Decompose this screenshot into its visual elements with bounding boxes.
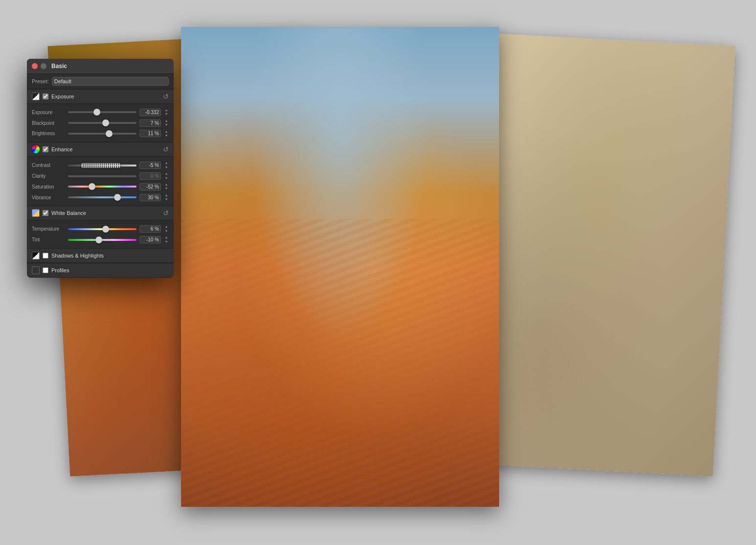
blackpoint-value[interactable] bbox=[139, 119, 161, 127]
exposure-down[interactable]: ▼ bbox=[164, 112, 169, 116]
vibrance-slider-row: Vibrance ▲ ▼ bbox=[32, 193, 169, 202]
photo-center bbox=[181, 27, 499, 507]
wb-section-label: White Balance bbox=[51, 210, 160, 216]
exposure-thumb[interactable] bbox=[93, 109, 100, 116]
pause-button[interactable] bbox=[41, 63, 46, 69]
exposure-slider-track[interactable] bbox=[68, 111, 137, 113]
blackpoint-stepper[interactable]: ▲ ▼ bbox=[164, 119, 169, 127]
blackpoint-thumb[interactable] bbox=[102, 119, 109, 126]
shadows-section-label: Shadows & Highlights bbox=[51, 253, 169, 259]
clarity-down[interactable]: ▼ bbox=[164, 176, 169, 180]
vibrance-slider-label: Vibrance bbox=[32, 195, 65, 200]
enhance-sliders: Contrast ▲ ▼ Clarity ▲ ▼ bbox=[27, 157, 174, 206]
wb-reset-icon[interactable]: ↺ bbox=[163, 210, 169, 216]
clarity-value[interactable] bbox=[139, 172, 161, 180]
shadows-icon bbox=[32, 252, 40, 260]
tint-slider-track[interactable] bbox=[68, 239, 137, 241]
saturation-down[interactable]: ▼ bbox=[164, 187, 169, 190]
exposure-slider-label: Exposure bbox=[32, 110, 65, 115]
enhance-icon bbox=[32, 145, 40, 153]
vibrance-up[interactable]: ▲ bbox=[164, 193, 169, 197]
vibrance-thumb[interactable] bbox=[114, 194, 121, 201]
clarity-slider-label: Clarity bbox=[32, 173, 65, 179]
temperature-value[interactable] bbox=[139, 225, 161, 233]
temperature-up[interactable]: ▲ bbox=[164, 225, 169, 229]
blackpoint-slider-label: Blackpoint bbox=[32, 120, 65, 126]
saturation-stepper[interactable]: ▲ ▼ bbox=[164, 183, 169, 191]
blackpoint-slider-track[interactable] bbox=[68, 122, 137, 124]
brightness-stepper[interactable]: ▲ ▼ bbox=[164, 130, 169, 138]
temperature-slider-row: Temperature ▲ ▼ bbox=[32, 225, 169, 233]
enhance-section-label: Enhance bbox=[51, 146, 160, 152]
saturation-value[interactable] bbox=[139, 183, 161, 190]
vibrance-value[interactable] bbox=[139, 194, 161, 201]
temperature-stepper[interactable]: ▲ ▼ bbox=[164, 225, 169, 233]
saturation-thumb[interactable] bbox=[89, 183, 95, 190]
contrast-slider-track[interactable] bbox=[68, 165, 137, 166]
preset-row: Preset: Default bbox=[27, 74, 174, 89]
tint-slider-label: Tint bbox=[32, 237, 65, 242]
exposure-toggle[interactable] bbox=[43, 94, 48, 99]
tint-value[interactable] bbox=[139, 236, 161, 243]
profiles-section-label: Profiles bbox=[51, 267, 169, 273]
exposure-value[interactable] bbox=[139, 109, 161, 116]
vibrance-stepper[interactable]: ▲ ▼ bbox=[164, 193, 169, 202]
wb-toggle[interactable] bbox=[43, 210, 48, 216]
contrast-up[interactable]: ▲ bbox=[164, 161, 169, 165]
saturation-slider-row: Saturation ▲ ▼ bbox=[32, 183, 169, 191]
brightness-slider-row: Brightness ▲ ▼ bbox=[32, 130, 169, 138]
temperature-slider-track[interactable] bbox=[68, 228, 137, 230]
saturation-up[interactable]: ▲ bbox=[164, 183, 169, 187]
clarity-slider-track[interactable] bbox=[68, 175, 137, 177]
contrast-slider-row: Contrast ▲ ▼ bbox=[32, 161, 169, 169]
vibrance-down[interactable]: ▼ bbox=[164, 197, 169, 201]
enhance-reset-icon[interactable]: ↺ bbox=[163, 146, 169, 153]
tint-down[interactable]: ▼ bbox=[164, 240, 169, 244]
temperature-thumb[interactable] bbox=[102, 226, 109, 233]
contrast-slider-label: Contrast bbox=[32, 163, 65, 168]
blackpoint-down[interactable]: ▼ bbox=[164, 123, 169, 127]
brightness-slider-track[interactable] bbox=[68, 133, 137, 135]
panel-header: Basic bbox=[27, 59, 174, 74]
brightness-up[interactable]: ▲ bbox=[164, 130, 169, 134]
preset-select[interactable]: Default bbox=[52, 77, 169, 86]
panel-body: Preset: Default Exposure ↺ Exposure ▲ bbox=[27, 74, 174, 278]
section-wb-header: White Balance ↺ bbox=[27, 206, 174, 220]
contrast-stepper[interactable]: ▲ ▼ bbox=[164, 161, 169, 169]
brightness-value[interactable] bbox=[139, 130, 161, 137]
brightness-down[interactable]: ▼ bbox=[164, 134, 169, 138]
blackpoint-up[interactable]: ▲ bbox=[164, 119, 169, 123]
clarity-up[interactable]: ▲ bbox=[164, 172, 169, 176]
profiles-icon bbox=[32, 266, 40, 274]
exposure-reset-icon[interactable]: ↺ bbox=[163, 93, 169, 100]
close-button[interactable] bbox=[32, 63, 38, 69]
brightness-slider-label: Brightness bbox=[32, 131, 65, 136]
contrast-down[interactable]: ▼ bbox=[164, 166, 169, 169]
saturation-slider-track[interactable] bbox=[68, 186, 137, 188]
exposure-slider-row: Exposure ▲ ▼ bbox=[32, 108, 169, 117]
exposure-stepper[interactable]: ▲ ▼ bbox=[164, 108, 169, 117]
section-shadows-header: Shadows & Highlights bbox=[27, 248, 174, 263]
contrast-value[interactable] bbox=[139, 162, 161, 169]
exposure-up[interactable]: ▲ bbox=[164, 108, 169, 112]
temperature-down[interactable]: ▼ bbox=[164, 229, 169, 233]
profiles-toggle[interactable] bbox=[43, 267, 48, 273]
exposure-icon bbox=[32, 93, 40, 100]
exposure-section-label: Exposure bbox=[51, 94, 160, 99]
contrast-thumb[interactable] bbox=[81, 163, 120, 168]
brightness-thumb[interactable] bbox=[106, 130, 113, 137]
temperature-slider-label: Temperature bbox=[32, 226, 65, 232]
shadows-toggle[interactable] bbox=[43, 253, 48, 259]
tint-thumb[interactable] bbox=[95, 237, 102, 243]
vibrance-slider-track[interactable] bbox=[68, 196, 137, 198]
enhance-toggle[interactable] bbox=[43, 146, 48, 152]
preset-label: Preset: bbox=[32, 78, 49, 84]
tint-up[interactable]: ▲ bbox=[164, 236, 169, 239]
clarity-stepper[interactable]: ▲ ▼ bbox=[164, 172, 169, 180]
section-profiles-header: Profiles bbox=[27, 263, 174, 278]
section-enhance-header: Enhance ↺ bbox=[27, 142, 174, 157]
exposure-sliders: Exposure ▲ ▼ Blackpoint ▲ ▼ bbox=[27, 104, 174, 142]
adjustment-panel: Basic Preset: Default Exposure ↺ Exposur… bbox=[27, 59, 174, 278]
tint-stepper[interactable]: ▲ ▼ bbox=[164, 236, 169, 244]
wb-icon bbox=[32, 209, 40, 217]
